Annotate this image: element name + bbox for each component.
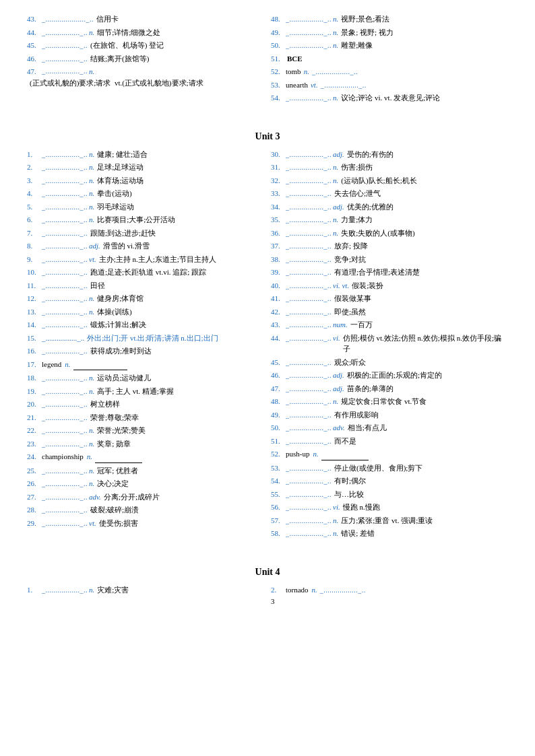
u3-entry-33: 33. _................._.. 失去信心;泄气: [271, 188, 508, 199]
u4-entry-1: 1. _................._.. n. 灾难;灾害: [27, 584, 264, 596]
u3-entry-45: 45. _................._.. 观众;听众: [271, 357, 508, 368]
u3-entry-30: 30. _................._.. adj. 受伤的;有伤的: [271, 149, 508, 160]
u3-entry-12: 12. _................._.. n. 健身房;体育馆: [27, 293, 264, 304]
u3-entry-56: 56. _................._.. vi. 慢跑 n.慢跑: [271, 502, 508, 513]
u3-entry-11: 11. _................._.. 田径: [27, 280, 264, 291]
u3-entry-6: 6. _................._.. n. 比赛项目;大事;公开活动: [27, 214, 264, 226]
u3-entry-31: 31. _................._.. n. 伤害;损伤: [271, 162, 508, 173]
u3-entry-20: 20. _................._.. 树立榜样: [27, 399, 264, 410]
u3-entry-9: 9. _................._.. vt. 主办;主持 n.主人;…: [27, 254, 264, 265]
u3-entry-54: 54. _................._.. 有时;偶尔: [271, 475, 508, 487]
u3-entry-32: 32. _................._.. n. (运动队)队长;船长;…: [271, 175, 508, 186]
entry-44: 44. _................._.. n. 细节;详情;细微之处: [27, 27, 264, 38]
u3-entry-41: 41. _................._.. 假装做某事: [271, 293, 508, 304]
u3-entry-40: 40. _................._.. vi. vt. 假装;装扮: [271, 280, 508, 291]
u3-entry-14: 14. _................._.. 锻炼;计算出;解决: [27, 319, 264, 331]
entry-50: 50. _................._.. n. 雕塑;雕像: [271, 40, 508, 51]
u3-entry-19: 19. _................._.. n. 高手; 主人 vt. …: [27, 386, 264, 397]
u3-entry-8: 8. _................._.. adj. 滑雪的 vi.滑雪: [27, 240, 264, 252]
u3-entry-58: 58. _................._.. n. 错误; 差错: [271, 528, 508, 539]
u3-entry-34: 34. _................._.. adj. 优美的;优雅的: [271, 201, 508, 213]
u3-entry-24: 24. championship n.: [27, 451, 264, 463]
u3-entry-25: 25. _................._.. n. 冠军; 优胜者: [27, 465, 264, 477]
u3-entry-21: 21. _................._.. 荣誉;尊敬;荣幸: [27, 412, 264, 423]
u3-entry-1: 1. _................._.. n. 健康; 健壮;适合: [27, 149, 264, 160]
u3-entry-42: 42. _................._.. 即使;虽然: [271, 306, 508, 318]
u3-entry-52: 52. push-up n.: [271, 448, 508, 460]
u3-entry-7: 7. _................._.. 跟随;到达;进步;赶快: [27, 228, 264, 239]
u3-entry-53: 53. _................._.. 停止做(或使用、食用);剪下: [271, 462, 508, 474]
u3-entry-16: 16. _................._.. 获得成功;准时到达: [27, 345, 264, 357]
entry-46: 46. _................._.. 结账;离开(旅馆等): [27, 53, 264, 65]
u3-entry-38: 38. _................._.. 竞争;对抗: [271, 254, 508, 265]
unit3-title: Unit 3: [27, 131, 508, 142]
u3-entry-55: 55. _................._.. 与…比较: [271, 489, 508, 500]
entry-54: 54. _................._.. n. 议论;评论 vi. v…: [271, 92, 508, 104]
entry-48: 48. _................._.. n. 视野;景色;看法: [271, 13, 508, 25]
u3-entry-23: 23. _................._.. n. 奖章; 勋章: [27, 438, 264, 450]
u3-entry-35: 35. _................._.. n. 力量;体力: [271, 214, 508, 226]
u3-entry-43: 43. _................._.. num. 一百万: [271, 319, 508, 331]
u3-entry-5: 5. _................._.. n. 羽毛球运动: [27, 201, 264, 213]
entry-52: 52. tomb n. _................._..: [271, 66, 508, 77]
u3-entry-39: 39. _................._.. 有道理;合乎情理;表述清楚: [271, 267, 508, 278]
u3-entry-28: 28. _................._.. 破裂;破碎;崩溃: [27, 504, 264, 516]
u3-entry-15: 15. _................._.. 外出;出门;开 vt.出;听…: [27, 333, 264, 344]
u3-entry-3: 3. _................._.. n. 体育场;运动场: [27, 175, 264, 186]
u3-entry-13: 13. _................._.. n. 体操(训练): [27, 306, 264, 318]
u3-entry-22: 22. _................._.. n. 荣誉;光荣;赞美: [27, 425, 264, 436]
u3-entry-57: 57. _................._.. n. 压力;紧张;重音 vt…: [271, 515, 508, 526]
entry-47: 47. _................._.. n. (正式或礼貌的)要求;…: [27, 66, 264, 88]
u3-entry-29: 29. _................._.. vt. 使受伤;损害: [27, 518, 264, 529]
u3-entry-18: 18. _................._.. n. 运动员;运动健儿: [27, 372, 264, 384]
entry-49: 49. _................._.. n. 景象; 视野; 视力: [271, 27, 508, 38]
u3-entry-27: 27. _................._.. adv. 分离;分开;成碎片: [27, 491, 264, 503]
u3-entry-36: 36. _................._.. n. 失败;失败的人(或事物…: [271, 228, 508, 239]
u3-entry-44: 44. _................._.. vi. 仿照;模仿 vt.效…: [271, 333, 508, 355]
u3-entry-10: 10. _................._.. 跑道;足迹;长距轨道 vt.…: [27, 267, 264, 278]
unit4-title: Unit 4: [27, 567, 508, 578]
u3-entry-48: 48. _................._.. n. 规定饮食;日常饮食 v…: [271, 396, 508, 407]
u3-entry-47: 47. _................._.. adj. 苗条的;单薄的: [271, 383, 508, 394]
u3-entry-49: 49. _................._.. 有作用或影响: [271, 409, 508, 421]
u3-entry-4: 4. _................._.. n. 拳击(运动): [27, 188, 264, 199]
u3-entry-26: 26. _................._.. n. 决心;决定: [27, 478, 264, 489]
entry-53: 53. unearth vt. _................._..: [271, 79, 508, 91]
u3-entry-50: 50. _................._.. adv. 相当;有点儿: [271, 422, 508, 434]
entry-43: 43. _...................._.. 信用卡: [27, 13, 264, 25]
entry-51: 51. BCE: [271, 53, 508, 65]
u3-entry-37: 37. _................._.. 放弃; 投降: [271, 240, 508, 252]
u3-entry-46: 46. _................._.. adj. 积极的;正面的;乐…: [271, 370, 508, 381]
u3-entry-17: 17. legend n.: [27, 359, 264, 371]
page-number: 3: [271, 597, 508, 605]
u4-entry-2: 2. tornado n. _................._..: [271, 584, 508, 596]
u3-entry-2: 2. _................._.. n. 足球;足球运动: [27, 162, 264, 173]
entry-45: 45. _................._.. (在旅馆、机场等) 登记: [27, 40, 264, 51]
u3-entry-51: 51. _................._.. 而不是: [271, 436, 508, 447]
